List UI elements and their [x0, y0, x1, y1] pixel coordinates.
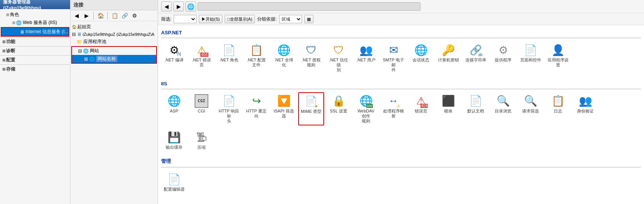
icon-net-config[interactable]: 📋 .NET 配置文件: [243, 41, 269, 75]
icon-ssl[interactable]: 🔒 SSL 设置: [326, 92, 352, 126]
nav-address-bar[interactable]: [198, 2, 420, 11]
icon-errorpage[interactable]: ⚠ 404 错误页: [408, 92, 434, 126]
roles-label: 角色: [10, 11, 19, 18]
filter-bar: 筛选: ▶开始(S) □全部显示(A) 分组依据: 区域 ▦: [158, 13, 644, 25]
icon-connstr[interactable]: 🔗 ab 连接字符串: [463, 41, 489, 75]
toolbar-sep2: [107, 12, 108, 19]
tree-apppool[interactable]: 📁 应用程序池: [70, 38, 158, 46]
icon-smtp[interactable]: ✉ SMTP 电子邮件: [380, 41, 406, 75]
filter-dropdown[interactable]: [174, 15, 197, 23]
back-btn[interactable]: ◀: [72, 11, 81, 20]
outputcache-label: 输出缓存: [166, 145, 182, 150]
net-compile-label: .NET 编译: [165, 58, 184, 63]
iis-section-header: IIS: [161, 79, 641, 89]
icon-mime[interactable]: 📄 ★ MIME 类型: [298, 92, 324, 126]
icon-reqfilter[interactable]: 🔍 请求筛选: [518, 92, 543, 126]
http-response-label: HTTP 响应标头: [218, 109, 240, 124]
icon-module[interactable]: ⬛ 模块: [435, 92, 461, 126]
net-compile-icon: ⚙ N: [167, 43, 181, 57]
toolbar-btn4[interactable]: 🔗: [120, 11, 129, 20]
icon-cgi[interactable]: CGI CGI: [189, 92, 214, 126]
icon-auth[interactable]: 👥 身份验证: [572, 92, 598, 126]
icon-log[interactable]: 📋 日志: [545, 92, 571, 126]
icon-session[interactable]: 🌐 会话状态: [408, 41, 434, 75]
net-config-label: .NET 配置文件: [245, 58, 267, 67]
icon-defaultdoc[interactable]: 📄 默认文档: [463, 92, 489, 126]
diagnostics-header[interactable]: ⊞ 诊断: [0, 47, 70, 55]
mime-icon: 📄 ★: [304, 95, 318, 108]
icon-dirbrowse[interactable]: 🔍 目录浏览: [490, 92, 516, 126]
aspnet-section-header: ASP.NET: [161, 28, 641, 38]
icon-handler[interactable]: ↔ ⚠ 处理程序映射: [380, 92, 406, 126]
icon-machinekey[interactable]: 🔑 计算机密钥: [435, 41, 461, 75]
tree-roles[interactable]: ⊞ 角色: [0, 11, 70, 19]
net-user-icon: 👥: [359, 43, 373, 57]
icon-net-role[interactable]: 📄 .NET 角色: [216, 41, 242, 75]
toolbar-btn3[interactable]: 📋: [110, 11, 119, 20]
icon-net-trust[interactable]: 🛡 .NET 信任级别: [326, 41, 352, 75]
expand-icon-web: ⊞: [12, 21, 15, 25]
icon-appsettings[interactable]: 👤 应用程序设置: [545, 41, 571, 75]
icon-net-error[interactable]: ⚠ 404 .NET 错误页: [189, 41, 214, 75]
expand-web: ⊞: [84, 56, 88, 62]
storage-label: 存储: [6, 66, 15, 72]
features-label: 功能: [6, 39, 15, 45]
show-all-btn[interactable]: □全部显示(A): [225, 15, 255, 23]
icon-net-compile[interactable]: ⚙ N .NET 编译: [161, 41, 187, 75]
group-dropdown[interactable]: 区域: [279, 15, 302, 23]
tree-iis-manager[interactable]: 🖥 Internet 信息服务 (I...: [2, 28, 69, 36]
tree-server-node[interactable]: ⊟ 🖥 iZukp15e9thhguZ (iZukp15e9thhguZ\A: [70, 31, 158, 38]
ssl-label: SSL 设置: [330, 109, 347, 114]
sites-icon: 🌐: [83, 48, 89, 54]
aspnet-icons-grid: ⚙ N .NET 编译 ⚠ 404 .NET 错误页 📄: [161, 41, 641, 75]
nav-forward[interactable]: ▶: [173, 2, 184, 11]
tree-sites[interactable]: ⊟ 🌐 网站: [72, 47, 156, 55]
config-header[interactable]: ⊞ 配置: [0, 56, 70, 64]
nav-back[interactable]: ◀: [161, 2, 172, 11]
icon-provider[interactable]: ⚙ 提供程序: [490, 41, 516, 75]
tree-startpage[interactable]: 🏠 起始页: [70, 23, 158, 31]
icon-net-auth[interactable]: 🛡 .NET 授权规则: [298, 41, 324, 75]
forward-btn[interactable]: ▶: [82, 11, 91, 20]
toolbar-btn5[interactable]: ⚙: [130, 11, 139, 20]
home-btn[interactable]: 🏠: [96, 11, 105, 20]
icon-net-global[interactable]: 🌐 .NET 全球化: [271, 41, 297, 75]
icon-http-redirect[interactable]: ↪ HTTP 重定向: [243, 92, 269, 126]
tree-webserver[interactable]: ⊞ 🌐 Web 服务器 (IIS): [0, 19, 70, 27]
storage-header[interactable]: ⊞ 存储: [0, 65, 70, 74]
asp-icon: 🌐: [167, 94, 181, 108]
net-trust-label: .NET 信任级别: [328, 58, 350, 73]
icon-net-user[interactable]: 👥 .NET 用户: [353, 41, 379, 75]
icon-webdav[interactable]: 🌐 DW WebDAV 创作规则: [353, 92, 379, 126]
nav-globe[interactable]: 🌐: [185, 2, 196, 11]
tree-website[interactable]: ⊞ 🌐 网站名称: [72, 55, 156, 63]
iis-icons-grid2: 💾 输出缓存 🗜 压缩: [161, 129, 641, 152]
mime-label: MIME 类型: [301, 109, 321, 114]
expand-icon: ⊞: [6, 13, 9, 17]
smtp-label: SMTP 电子邮件: [382, 58, 404, 73]
session-icon: 🌐: [414, 43, 428, 57]
server-manager-title: 服务器管理器 (iZukp15e9thhgu): [0, 0, 70, 9]
icon-compress[interactable]: 🗜 压缩: [189, 129, 214, 152]
icon-asp[interactable]: 🌐 ASP: [161, 92, 187, 126]
icon-http-response[interactable]: 📄 HTTP 响应标头: [216, 92, 242, 126]
icon-config-editor[interactable]: 📄 配置编辑器: [161, 170, 187, 194]
icon-pagecontrol[interactable]: 📄 页面和控件: [518, 41, 543, 75]
nav-bar: ◀ ▶ 🌐: [158, 0, 644, 13]
config-editor-icon: 📄: [167, 172, 181, 186]
server-icon: 🖥: [77, 32, 81, 37]
compress-label: 压缩: [197, 145, 206, 150]
view-btn[interactable]: ▦: [304, 15, 313, 23]
defaultdoc-label: 默认文档: [467, 109, 484, 114]
content-area: ASP.NET ⚙ N .NET 编译 ⚠ 404 .NE: [158, 25, 644, 204]
features-header[interactable]: ⊞ 功能: [0, 37, 70, 46]
net-trust-icon: 🛡: [332, 43, 345, 57]
webdav-icon: 🌐 DW: [359, 94, 373, 108]
icon-outputcache[interactable]: 💾 输出缓存: [161, 129, 187, 152]
group-label: 分组依据:: [257, 16, 276, 22]
iis-tree: 🏠 起始页 ⊟ 🖥 iZukp15e9thhguZ (iZukp15e9thhg…: [70, 21, 158, 204]
isapi-label: ISAPI 筛选器: [273, 109, 294, 119]
webserver-label: Web 服务器 (IIS): [23, 19, 57, 26]
start-btn[interactable]: ▶开始(S): [199, 15, 222, 23]
icon-isapi[interactable]: 🔽 ISAPI 筛选器: [271, 92, 297, 126]
